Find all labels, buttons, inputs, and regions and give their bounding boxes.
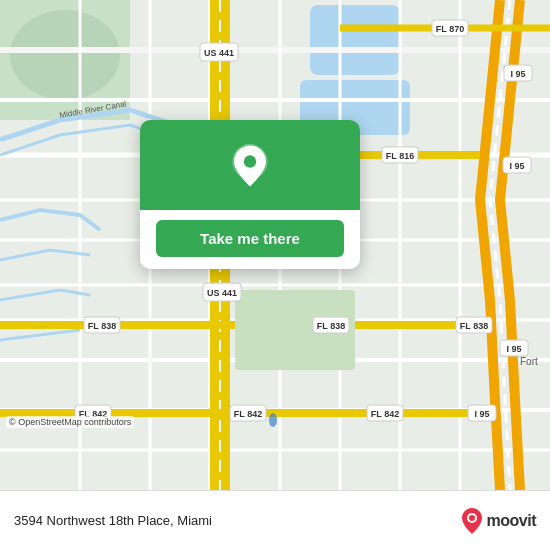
moovit-pin-icon xyxy=(461,507,483,535)
svg-point-60 xyxy=(269,413,277,427)
svg-text:FL 838: FL 838 xyxy=(88,321,116,331)
svg-text:I 95: I 95 xyxy=(474,409,489,419)
card-header xyxy=(140,120,360,210)
svg-text:FL 870: FL 870 xyxy=(436,24,464,34)
card-button-area: Take me there xyxy=(140,210,360,269)
moovit-wordmark: moovit xyxy=(487,512,536,530)
osm-attribution: © OpenStreetMap contributors xyxy=(6,416,134,428)
svg-text:I 95: I 95 xyxy=(510,69,525,79)
svg-point-63 xyxy=(244,155,256,167)
svg-text:FL 842: FL 842 xyxy=(234,409,262,419)
svg-text:FL 838: FL 838 xyxy=(460,321,488,331)
location-pin-icon xyxy=(226,142,274,190)
location-card: Take me there xyxy=(140,120,360,269)
svg-text:Fort: Fort xyxy=(520,356,538,367)
moovit-logo: moovit xyxy=(461,507,536,535)
svg-point-65 xyxy=(469,515,475,521)
svg-point-2 xyxy=(10,10,120,100)
svg-text:US 441: US 441 xyxy=(204,48,234,58)
svg-text:I 95: I 95 xyxy=(506,344,521,354)
bottom-bar: 3594 Northwest 18th Place, Miami moovit xyxy=(0,490,550,550)
svg-rect-3 xyxy=(310,5,400,75)
address-label: 3594 Northwest 18th Place, Miami xyxy=(14,513,212,528)
svg-text:FL 816: FL 816 xyxy=(386,151,414,161)
svg-text:FL 838: FL 838 xyxy=(317,321,345,331)
take-me-there-button[interactable]: Take me there xyxy=(156,220,344,257)
svg-text:US 441: US 441 xyxy=(207,288,237,298)
svg-text:FL 842: FL 842 xyxy=(371,409,399,419)
map-background: US 441 FL 870 I 95 FL 816 I 95 US 441 FL… xyxy=(0,0,550,490)
svg-text:I 95: I 95 xyxy=(509,161,524,171)
